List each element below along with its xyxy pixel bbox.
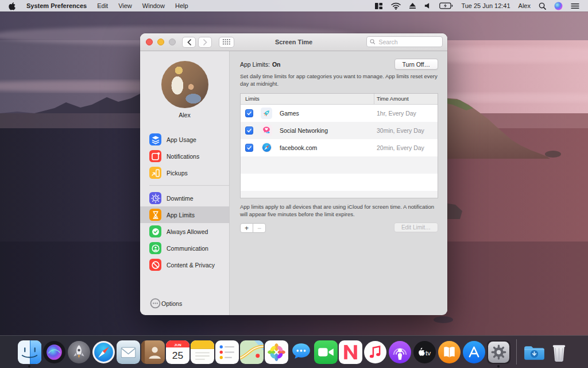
spotlight-search-icon[interactable]: [535, 2, 550, 10]
menu-app-name[interactable]: System Preferences: [21, 2, 92, 9]
dock: JUN25 tv: [0, 335, 588, 368]
dock-finder-icon[interactable]: [18, 340, 41, 364]
edit-limit-button[interactable]: Edit Limit…: [394, 223, 438, 232]
dock-books-icon[interactable]: [438, 340, 461, 364]
calendar-month-label: JUN: [174, 342, 181, 346]
siri-menubar-icon[interactable]: [550, 2, 567, 10]
finder-running-indicator: [28, 365, 30, 367]
menu-view[interactable]: View: [113, 2, 137, 9]
sidebar-item-pickups[interactable]: Pickups: [140, 164, 229, 181]
preferences-search-field[interactable]: [366, 36, 443, 47]
menu-window[interactable]: Window: [137, 2, 170, 9]
menubar-clock[interactable]: Tue 25 Jun 12:41: [457, 2, 514, 9]
desktop: System Preferences Edit View Window Help…: [0, 0, 588, 368]
sidebar-divider: [149, 185, 229, 186]
dock-launchpad-icon[interactable]: [67, 340, 91, 364]
limits-table-header[interactable]: Limits Time Amount: [241, 94, 438, 105]
dock-facetime-icon[interactable]: [314, 340, 338, 364]
dock-system-preferences-icon[interactable]: [487, 340, 510, 364]
empty-row: [241, 174, 438, 191]
sysprefs-running-indicator: [497, 365, 500, 367]
back-button[interactable]: [182, 37, 196, 48]
always-allowed-check-icon: [149, 225, 161, 237]
search-icon: [370, 39, 375, 45]
table-row-games[interactable]: Games 1hr, Every Day: [241, 105, 438, 122]
user-switch-menu[interactable]: Alex: [514, 2, 535, 9]
dock-appletv-icon[interactable]: tv: [413, 340, 436, 364]
column-limits[interactable]: Limits: [241, 95, 260, 102]
zoom-button-disabled[interactable]: [169, 39, 176, 45]
turn-off-button[interactable]: Turn Off…: [394, 59, 438, 70]
dock-contacts-icon[interactable]: [141, 340, 165, 364]
menu-help[interactable]: Help: [170, 2, 194, 9]
empty-row: [241, 156, 438, 174]
menu-bar: System Preferences Edit View Window Help…: [0, 0, 588, 12]
apple-icon: [8, 2, 16, 10]
dock-messages-icon[interactable]: [289, 340, 313, 364]
remove-limit-button[interactable]: −: [253, 223, 266, 233]
dock-notes-icon[interactable]: [191, 340, 214, 364]
minimize-button[interactable]: [157, 39, 164, 45]
app-limits-pane: App Limits: On Turn Off… Set daily time …: [230, 51, 447, 315]
user-name: Alex: [140, 112, 229, 120]
screen-time-sidebar: Alex App Usage Notifications Pickups: [140, 51, 230, 315]
search-input[interactable]: [377, 38, 439, 46]
communication-person-icon: [149, 242, 161, 254]
dock-downloads-icon[interactable]: [523, 340, 546, 364]
content-privacy-prohibit-icon: [149, 259, 161, 271]
menu-edit[interactable]: Edit: [92, 2, 113, 9]
sidebar-item-app-usage[interactable]: App Usage: [140, 131, 229, 148]
apple-menu[interactable]: [0, 2, 21, 10]
show-all-grid-button[interactable]: [219, 37, 234, 48]
empty-row: [241, 191, 438, 198]
sidebar-item-notifications[interactable]: Notifications: [140, 148, 229, 164]
calendar-day-label: 25: [172, 349, 183, 361]
dock-trash-icon[interactable]: [547, 340, 571, 364]
wifi-icon[interactable]: [387, 2, 405, 10]
dock-mail-icon[interactable]: [117, 340, 140, 364]
dock-siri-icon[interactable]: [42, 340, 66, 364]
sidebar-item-app-limits[interactable]: App Limits: [140, 206, 229, 223]
dock-maps-icon[interactable]: [240, 340, 264, 364]
games-checkbox[interactable]: [245, 109, 253, 117]
dock-divider: [516, 339, 517, 365]
battery-charging-icon[interactable]: [435, 2, 457, 9]
dock-music-icon[interactable]: [363, 340, 387, 364]
notification-center-icon[interactable]: [567, 3, 583, 9]
sidebar-item-options[interactable]: Options: [140, 295, 229, 312]
app-limits-state: On: [272, 61, 281, 68]
sidebar-item-content-privacy[interactable]: Content & Privacy: [140, 256, 229, 273]
dock-calendar-icon[interactable]: JUN25: [166, 340, 189, 364]
dock-podcasts-icon[interactable]: [388, 340, 412, 364]
close-button[interactable]: [146, 39, 153, 45]
volume-icon[interactable]: [420, 2, 435, 9]
dock-news-icon[interactable]: [339, 340, 362, 364]
title-bar[interactable]: Screen Time: [140, 33, 447, 51]
column-time-amount[interactable]: Time Amount: [377, 95, 409, 102]
social-checkbox[interactable]: [245, 126, 253, 135]
dock-safari-icon[interactable]: [92, 340, 115, 364]
facebook-checkbox[interactable]: [245, 144, 253, 152]
sidebar-item-downtime[interactable]: Downtime: [140, 190, 229, 206]
downtime-clock-icon: [149, 192, 161, 204]
column-divider: [374, 94, 374, 104]
user-avatar[interactable]: [161, 61, 208, 108]
appletv-label: tv: [425, 349, 431, 356]
sidebar-item-communication[interactable]: Communication: [140, 240, 229, 256]
options-ellipsis-icon: [149, 297, 161, 309]
forward-button[interactable]: [198, 37, 212, 48]
app-limits-heading: App Limits:: [240, 61, 270, 68]
eject-icon[interactable]: [405, 2, 420, 9]
safari-compass-icon: [261, 142, 272, 154]
screen-time-window: Screen Time Alex App Usage Notific: [140, 33, 447, 315]
traffic-lights: [146, 39, 176, 45]
table-row-social-networking[interactable]: Social Networking 30min, Every Day: [241, 122, 438, 139]
window-tiles-icon[interactable]: [370, 2, 387, 10]
dock-appstore-icon[interactable]: [462, 340, 486, 364]
app-limits-hourglass-icon: [149, 209, 161, 221]
add-limit-button[interactable]: +: [240, 223, 253, 233]
sidebar-item-always-allowed[interactable]: Always Allowed: [140, 223, 229, 240]
dock-photos-icon[interactable]: [265, 340, 288, 364]
table-row-facebook[interactable]: facebook.com 20min, Every Day: [241, 139, 438, 156]
dock-reminders-icon[interactable]: [215, 340, 239, 364]
